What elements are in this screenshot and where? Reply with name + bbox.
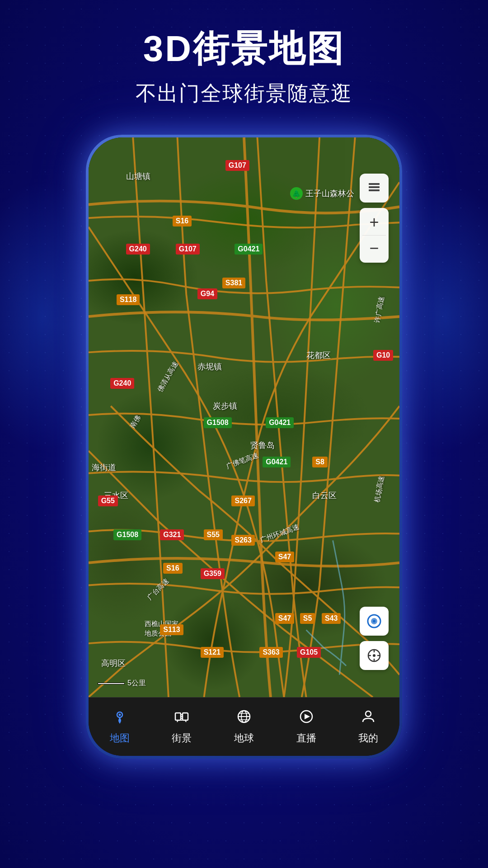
label-gaoming: 高明区 [101,658,126,669]
layers-button[interactable] [360,174,389,203]
live-nav-icon [298,708,314,729]
badge-G1508-2: G1508 [113,529,141,540]
nav-item-globe[interactable]: 地球 [234,708,254,745]
svg-point-11 [373,654,375,657]
scale-bar: 5公里 [98,679,146,688]
badge-G94: G94 [197,288,217,299]
svg-rect-1 [369,186,380,188]
svg-rect-2 [369,189,380,191]
badge-S263: S263 [231,535,254,546]
badge-G105: G105 [297,647,321,658]
layers-icon [367,180,381,196]
phone-outer-frame: 山塘镇 花都区 赤坭镇 炭步镇 贤鲁岛 三水区 海街道 白云区 西樵山国家地质公… [86,135,402,759]
map-container[interactable]: 山塘镇 花都区 赤坭镇 炭步镇 贤鲁岛 三水区 海街道 白云区 西樵山国家地质公… [89,137,399,697]
main-title: 3D街景地图 [136,27,352,71]
zoom-out-button[interactable]: − [360,237,389,259]
badge-S121: S121 [201,647,224,658]
label-baiyun: 白云区 [312,490,337,501]
forest-icon: 🌲 [290,187,303,200]
nav-item-live[interactable]: 直播 [296,708,316,745]
badge-S267: S267 [231,495,254,506]
badge-S113: S113 [160,624,183,635]
mine-nav-icon [360,708,376,729]
subtitle: 不出门全球街景随意逛 [136,80,352,108]
badge-G0421-2: G0421 [266,417,294,428]
zoom-divider [362,235,385,236]
phone-inner: 山塘镇 花都区 赤坭镇 炭步镇 贤鲁岛 三水区 海街道 白云区 西樵山国家地质公… [89,137,399,756]
zoom-controls: + − [360,208,389,263]
badge-S47-2: S47 [275,613,294,624]
badge-S381: S381 [222,278,245,288]
scale-text: 5公里 [127,679,146,688]
svg-rect-15 [183,713,188,720]
svg-marker-25 [305,714,310,719]
title-section: 3D街景地图 不出门全球街景随意逛 [136,0,352,117]
nav-label-map: 地图 [110,731,130,745]
badge-S16: S16 [173,216,192,226]
badge-G55: G55 [98,495,118,506]
badge-G240-1: G240 [126,244,150,255]
badge-G240-2: G240 [110,378,134,389]
label-haijie: 海街道 [92,462,116,473]
badge-S118: S118 [117,294,140,305]
nav-item-map[interactable]: 地图 [110,708,130,745]
svg-rect-0 [369,183,380,185]
label-xianludo: 贤鲁岛 [250,440,275,451]
badge-G1508-1: G1508 [204,417,232,428]
badge-S5: S5 [300,613,315,624]
scale-line [98,683,125,684]
svg-rect-14 [175,713,181,720]
nav-label-globe: 地球 [234,731,254,745]
street-view-button[interactable] [360,607,389,636]
globe-nav-icon [236,708,252,729]
badge-S47: S47 [275,552,294,562]
nav-label-mine: 我的 [358,731,378,745]
phone-mockup: 山塘镇 花都区 赤坭镇 炭步镇 贤鲁岛 三水区 海街道 白云区 西樵山国家地质公… [86,135,402,759]
label-tanbu: 炭步镇 [213,401,237,411]
badge-G10: G10 [373,350,393,361]
street-view-icon [366,613,382,629]
nav-label-live: 直播 [296,731,316,745]
badge-G107-top: G107 [225,160,249,171]
svg-point-5 [373,620,375,623]
forest-park-label: 🌲 王子山森林公 [290,187,354,200]
badge-G359: G359 [201,568,225,579]
main-content: 3D街景地图 不出门全球街景随意逛 [0,0,488,868]
label-chikeng: 赤坭镇 [197,361,222,372]
nav-item-street[interactable]: 街景 [172,708,192,745]
location-button[interactable] [360,641,389,670]
svg-point-26 [366,711,371,717]
bottom-nav: 地图 街景 [89,697,399,756]
nav-item-mine[interactable]: 我的 [358,708,378,745]
forest-text: 王子山森林公 [305,188,354,199]
zoom-in-button[interactable]: + [360,212,389,233]
badge-S43: S43 [322,613,341,624]
nav-label-street: 街景 [172,731,192,745]
svg-point-13 [118,714,121,716]
badge-G0421-1: G0421 [235,244,263,255]
street-nav-icon [174,708,190,729]
map-controls: + − [360,174,389,263]
map-controls-bottom [360,607,389,670]
map-nav-icon [112,708,128,729]
badge-S363: S363 [259,647,282,658]
badge-S16-2: S16 [163,563,182,574]
badge-S8: S8 [312,457,328,467]
label-huadu: 花都区 [306,350,331,361]
badge-G0421-3: G0421 [263,457,291,467]
label-shantang: 山塘镇 [126,171,150,182]
compass-icon [366,648,382,663]
badge-S55: S55 [204,529,223,540]
badge-G107-mid: G107 [176,244,200,255]
badge-G321: G321 [160,529,184,540]
